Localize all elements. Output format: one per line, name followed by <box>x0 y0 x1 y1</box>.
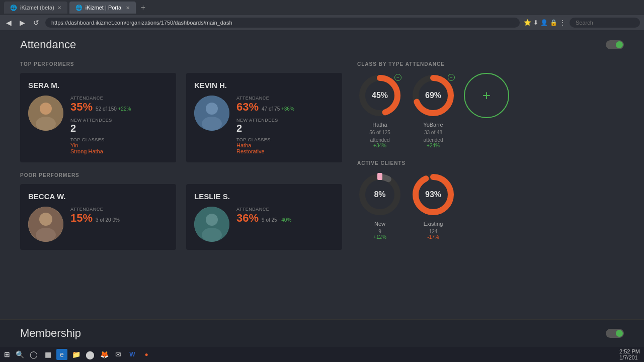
top-performers-label: TOP PERFORMERS <box>20 61 342 67</box>
taskbar-cortana-icon[interactable]: ◯ <box>28 349 39 360</box>
active-clients-section: ACTIVE CLIENTS 8% New <box>357 160 624 240</box>
refresh-button[interactable]: ↺ <box>31 18 41 28</box>
class-type-donut-row: − 45% Hatha 56 of 125 attended +34% <box>357 73 624 148</box>
leslie-stats: ATTENDANCE 36% 9 of 25 +40% <box>236 207 334 242</box>
nav-icons: ⭐⬇👤🔒⋮ <box>524 19 566 26</box>
content-grid: TOP PERFORMERS SERA M. <box>20 61 624 260</box>
attendance-header: Attendance <box>20 38 624 51</box>
tab2-close[interactable]: ✕ <box>126 5 130 11</box>
sera-stats: ATTENDANCE 35% 52 of 150 +22% NEW ATTEND… <box>70 96 168 154</box>
attendance-title: Attendance <box>20 38 76 51</box>
membership-section: Membership <box>0 319 644 347</box>
taskbar-ie-icon[interactable]: e <box>56 349 67 360</box>
taskbar-app-icon[interactable]: ● <box>141 349 152 360</box>
active-clients-label: ACTIVE CLIENTS <box>357 160 624 166</box>
search-input[interactable] <box>570 18 640 28</box>
kevin-stats: ATTENDANCE 63% 47 of 75 +36% NEW ATTENDE… <box>236 96 334 154</box>
taskbar-chrome-icon[interactable]: ⬤ <box>85 349 96 360</box>
performer-card-kevin: KEVIN H. ATTENDANCE 63% <box>186 73 342 162</box>
taskbar-search-icon[interactable]: 🔍 <box>14 349 25 360</box>
taskbar-clock: 2:52 PM 1/7/201 <box>619 348 640 360</box>
leslie-avatar <box>194 207 229 242</box>
new-clients-donut-item: 8% New 9 +12% <box>357 172 403 240</box>
svg-point-7 <box>39 213 52 226</box>
sera-body: ATTENDANCE 35% 52 of 150 +22% NEW ATTEND… <box>28 96 168 154</box>
svg-point-11 <box>202 228 222 242</box>
left-panel: TOP PERFORMERS SERA M. <box>20 61 342 260</box>
becca-name: BECCA W. <box>28 192 168 201</box>
url-bar[interactable] <box>45 18 520 28</box>
new-tab-button[interactable]: + <box>138 3 148 12</box>
class-type-label: CLASS BY TYPE ATTENDANCE <box>357 61 624 67</box>
class-type-section: CLASS BY TYPE ATTENDANCE − 45% Hatha <box>357 61 624 148</box>
hatha-donut-item: − 45% Hatha 56 of 125 attended +34% <box>357 73 403 148</box>
new-clients-donut: 8% <box>357 172 403 217</box>
taskbar-explorer-icon[interactable]: 📁 <box>70 349 82 360</box>
taskbar-word-icon[interactable]: W <box>127 349 138 360</box>
yobarre-donut-item: − 69% YoBarre 33 of 48 attended +24% <box>411 73 456 148</box>
membership-toggle[interactable] <box>606 329 624 338</box>
tabs-bar: 🌐 iKizmet (beta) ✕ 🌐 iKizmet | Portal ✕ … <box>0 0 644 15</box>
svg-point-2 <box>36 117 56 131</box>
active-clients-donut-row: 8% New 9 +12% 93% <box>357 172 624 240</box>
poor-performers-label: POOR PERFORMERS <box>20 172 342 178</box>
taskbar: ⊞ 🔍 ◯ ▦ e 📁 ⬤ 🦊 ✉ W ● 2:52 PM 1/7/201 <box>0 347 644 362</box>
becca-avatar <box>28 207 63 242</box>
hatha-donut: − 45% <box>357 73 403 118</box>
browser-chrome: 🌐 iKizmet (beta) ✕ 🌐 iKizmet | Portal ✕ … <box>0 0 644 30</box>
taskbar-firefox-icon[interactable]: 🦊 <box>99 349 110 360</box>
add-class-type-item: + <box>464 73 509 118</box>
taskbar-icons: 🔍 ◯ ▦ e 📁 ⬤ 🦊 ✉ W ● <box>14 349 152 360</box>
nav-bar: ◀ ▶ ↺ ⭐⬇👤🔒⋮ <box>0 15 644 30</box>
svg-point-1 <box>40 103 52 115</box>
tab1-close[interactable]: ✕ <box>57 5 61 11</box>
existing-clients-donut-item: 93% Existing 124 -17% <box>411 172 456 240</box>
svg-point-4 <box>206 103 218 115</box>
svg-point-10 <box>206 214 218 226</box>
existing-clients-donut: 93% <box>411 172 456 217</box>
leslie-body: ATTENDANCE 36% 9 of 25 +40% <box>194 207 334 242</box>
back-button[interactable]: ◀ <box>4 18 14 28</box>
kevin-body: ATTENDANCE 63% 47 of 75 +36% NEW ATTENDE… <box>194 96 334 154</box>
becca-stats: ATTENDANCE 15% 3 of 20 0% <box>70 207 168 242</box>
kevin-avatar <box>194 96 229 131</box>
add-class-type-button[interactable]: + <box>464 73 509 118</box>
start-button[interactable]: ⊞ <box>4 350 10 358</box>
taskbar-mail-icon[interactable]: ✉ <box>113 349 124 360</box>
tab-1[interactable]: 🌐 iKizmet (beta) ✕ <box>4 2 67 14</box>
performer-card-sera: SERA M. ATTENDANCE 35% <box>20 73 176 162</box>
leslie-name: LESLIE S. <box>194 192 334 201</box>
tab-2[interactable]: 🌐 iKizmet | Portal ✕ <box>69 2 136 14</box>
performer-card-leslie: LESLIE S. ATTENDANCE 36% <box>186 184 342 250</box>
top-performers-row: SERA M. ATTENDANCE 35% <box>20 73 342 162</box>
membership-title: Membership <box>20 327 81 340</box>
performer-card-becca: BECCA W. ATTENDANCE 15% <box>20 184 176 250</box>
sera-avatar <box>28 96 63 131</box>
becca-body: ATTENDANCE 15% 3 of 20 0% <box>28 207 168 242</box>
sera-name: SERA M. <box>28 81 168 89</box>
taskbar-taskview-icon[interactable]: ▦ <box>42 349 53 360</box>
kevin-name: KEVIN H. <box>194 81 334 89</box>
svg-point-8 <box>36 228 56 242</box>
yobarre-donut: − 69% <box>411 73 456 118</box>
forward-button[interactable]: ▶ <box>18 18 27 28</box>
poor-performers-row: BECCA W. ATTENDANCE 15% <box>20 184 342 250</box>
svg-point-5 <box>202 117 222 131</box>
attendance-toggle[interactable] <box>606 40 624 49</box>
right-panel: CLASS BY TYPE ATTENDANCE − 45% Hatha <box>357 61 624 260</box>
